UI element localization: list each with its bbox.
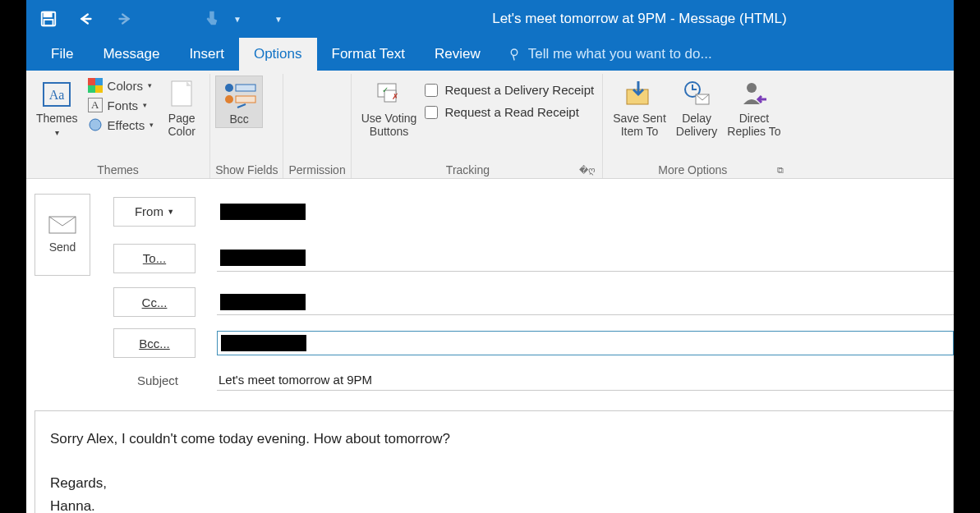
read-receipt-input[interactable]: [425, 106, 438, 119]
to-button[interactable]: To...: [113, 244, 196, 273]
message-body[interactable]: Sorry Alex, I couldn't come today evenin…: [35, 410, 954, 513]
svg-text:Aa: Aa: [49, 88, 65, 102]
svg-point-23: [747, 83, 757, 93]
tracking-launcher-icon[interactable]: �ღ: [579, 165, 597, 178]
svg-point-3: [511, 49, 518, 56]
svg-point-12: [225, 84, 233, 92]
svg-rect-7: [95, 78, 103, 85]
delivery-receipt-checkbox[interactable]: Request a Delivery Receipt: [425, 80, 594, 99]
read-receipt-checkbox[interactable]: Request a Read Receipt: [425, 103, 594, 121]
svg-rect-9: [95, 85, 103, 93]
group-label-tracking: Tracking: [357, 160, 579, 178]
fonts-button[interactable]: A Fonts▾: [86, 97, 156, 113]
window-border-right: [954, 0, 980, 513]
from-field[interactable]: .: [217, 199, 954, 225]
tab-review[interactable]: Review: [420, 38, 495, 71]
effects-icon: [88, 117, 103, 132]
effects-button[interactable]: Effects▾: [86, 117, 156, 133]
delay-delivery-button[interactable]: Delay Delivery: [671, 76, 723, 140]
redo-icon[interactable]: [115, 10, 133, 28]
page-color-button[interactable]: Page Color: [159, 76, 205, 140]
subject-label: Subject: [113, 373, 202, 387]
to-field[interactable]: .: [217, 245, 954, 272]
group-tracking: ✓✗ Use Voting Buttons Request a Delivery…: [352, 74, 603, 178]
group-label-show-fields: Show Fields: [215, 160, 278, 178]
svg-text:✗: ✗: [392, 92, 398, 101]
tell-me-search[interactable]: Tell me what you want to do...: [495, 38, 712, 71]
bcc-button[interactable]: Bcc: [215, 76, 263, 128]
svg-point-10: [90, 119, 101, 131]
ribbon-options: Aa Themes▾ Colors▾ A Fonts▾ Effe: [26, 71, 954, 179]
delivery-receipt-input[interactable]: [425, 84, 438, 97]
from-address-redacted: .: [220, 204, 306, 220]
svg-rect-8: [88, 85, 95, 93]
svg-rect-6: [88, 78, 95, 85]
group-show-fields: Bcc Show Fields: [210, 74, 283, 178]
svg-rect-15: [236, 96, 255, 103]
cc-button[interactable]: Cc...: [113, 287, 196, 317]
undo-icon[interactable]: [77, 10, 95, 28]
window-title: Let's meet tomorrow at 9PM - Message (HT…: [283, 11, 947, 27]
title-bar: ▼ ▼ Let's meet tomorrow at 9PM - Message…: [26, 0, 954, 38]
to-address-redacted: .: [220, 250, 306, 266]
qat-customize-icon[interactable]: ▼: [274, 15, 283, 24]
group-label-permission: Permission: [288, 160, 345, 178]
window-border-left: [0, 0, 26, 513]
touch-mode-icon[interactable]: [202, 10, 220, 28]
bcc-button[interactable]: Bcc...: [113, 328, 196, 358]
subject-input[interactable]: [217, 369, 954, 391]
tell-me-label: Tell me what you want to do...: [528, 46, 712, 62]
group-more-options: Save Sent Item To Delay Delivery Direct …: [603, 74, 790, 178]
svg-rect-14: [236, 85, 255, 91]
voting-buttons-button[interactable]: ✓✗ Use Voting Buttons: [357, 76, 422, 140]
ribbon-tabs: File Message Insert Options Format Text …: [26, 38, 954, 71]
dropdown-icon[interactable]: ▼: [233, 15, 242, 24]
fonts-icon: A: [88, 98, 103, 112]
cc-field[interactable]: .: [217, 289, 954, 315]
save-sent-item-button[interactable]: Save Sent Item To: [608, 76, 671, 140]
direct-replies-button[interactable]: Direct Replies To: [722, 76, 785, 140]
from-button[interactable]: From ▼: [113, 197, 196, 227]
svg-rect-2: [44, 20, 53, 25]
bcc-field[interactable]: .: [217, 331, 954, 355]
group-permission: Permission: [283, 74, 351, 178]
quick-access-toolbar: ▼ ▼: [33, 10, 283, 28]
svg-rect-1: [44, 12, 52, 17]
tab-message[interactable]: Message: [88, 38, 174, 71]
svg-text:✓: ✓: [382, 85, 389, 94]
send-button[interactable]: Send: [35, 194, 90, 276]
tab-options[interactable]: Options: [239, 38, 317, 71]
group-themes: Aa Themes▾ Colors▾ A Fonts▾ Effe: [26, 74, 210, 178]
tab-file[interactable]: File: [36, 38, 88, 71]
cc-address-redacted: .: [220, 294, 306, 310]
themes-button[interactable]: Aa Themes▾: [31, 76, 83, 140]
group-label-themes: Themes: [31, 160, 205, 178]
outlook-compose-window: ▼ ▼ Let's meet tomorrow at 9PM - Message…: [26, 0, 954, 513]
tab-insert[interactable]: Insert: [174, 38, 239, 71]
tab-format-text[interactable]: Format Text: [317, 38, 420, 71]
more-options-launcher-icon[interactable]: ⧉: [777, 165, 785, 178]
colors-icon: [88, 78, 103, 93]
save-icon[interactable]: [39, 10, 58, 28]
svg-point-13: [225, 95, 233, 103]
colors-button[interactable]: Colors▾: [86, 77, 156, 94]
envelope-icon: [48, 216, 76, 234]
group-label-more-options: More Options: [608, 160, 777, 178]
compose-area: Send From ▼ . To... . Cc... . Bcc... .: [26, 179, 954, 513]
bcc-address-redacted: .: [221, 335, 306, 351]
